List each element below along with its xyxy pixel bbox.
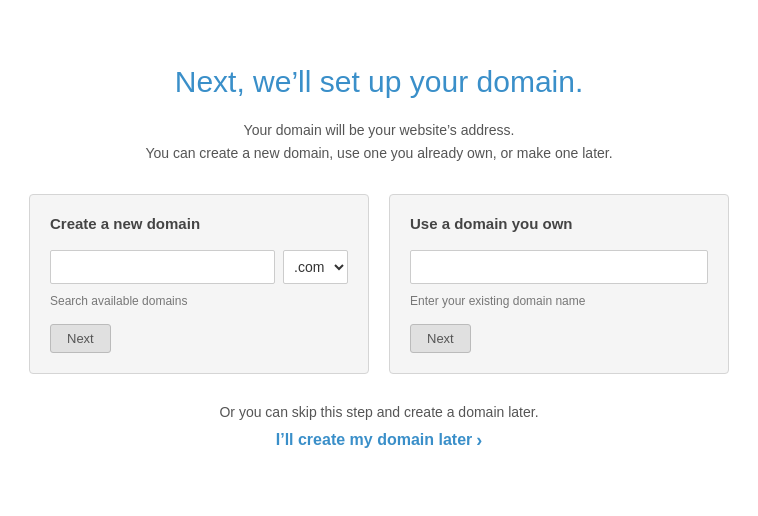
create-new-domain-title: Create a new domain [50, 215, 348, 232]
own-domain-input[interactable] [410, 250, 708, 284]
subtitle: Your domain will be your website’s addre… [145, 119, 612, 164]
new-domain-next-button[interactable]: Next [50, 324, 111, 353]
create-later-label: I’ll create my domain later [276, 431, 473, 449]
skip-text: Or you can skip this step and create a d… [219, 404, 538, 420]
own-domain-input-row [410, 250, 708, 284]
new-domain-input[interactable] [50, 250, 275, 284]
tld-select[interactable]: .com .net .org .io [283, 250, 348, 284]
page-title: Next, we’ll set up your domain. [175, 65, 584, 99]
use-own-domain-title: Use a domain you own [410, 215, 708, 232]
subtitle-line2: You can create a new domain, use one you… [145, 142, 612, 164]
own-domain-hint: Enter your existing domain name [410, 294, 708, 308]
cards-container: Create a new domain .com .net .org .io S… [29, 194, 729, 374]
use-own-domain-card: Use a domain you own Enter your existing… [389, 194, 729, 374]
new-domain-hint: Search available domains [50, 294, 348, 308]
new-domain-input-row: .com .net .org .io [50, 250, 348, 284]
create-later-link[interactable]: I’ll create my domain later › [276, 430, 483, 451]
create-new-domain-card: Create a new domain .com .net .org .io S… [29, 194, 369, 374]
chevron-right-icon: › [476, 430, 482, 451]
own-domain-next-button[interactable]: Next [410, 324, 471, 353]
subtitle-line1: Your domain will be your website’s addre… [145, 119, 612, 141]
